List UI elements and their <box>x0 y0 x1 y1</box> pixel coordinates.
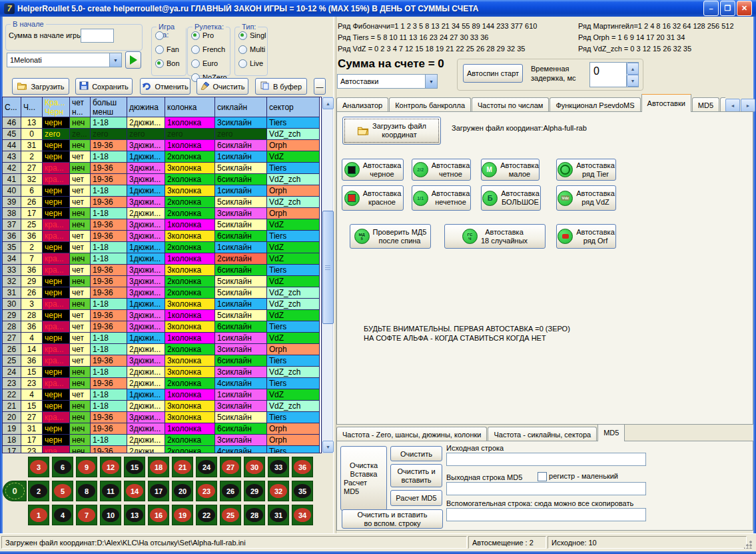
board-cell[interactable]: 8 <box>76 481 97 501</box>
calc-md5-button[interactable]: Расчет MD5 <box>390 490 442 506</box>
board-cell[interactable]: 27 <box>220 457 241 477</box>
table-row[interactable]: 1931черннеч19-363дюжи...1колонка6сиклайн… <box>3 423 321 435</box>
board-cell[interactable]: 18 <box>148 457 169 477</box>
board-cell[interactable]: 11 <box>100 481 121 501</box>
autobet-button-после-спина[interactable]: МД5Проверить МД5после спина <box>350 224 431 249</box>
radio-icon[interactable] <box>191 59 200 68</box>
board-zero-cell[interactable]: 0 <box>3 481 27 501</box>
autobet-button-ряд-Orf[interactable]: Автоставкаряд Orf <box>556 224 616 249</box>
board-cell[interactable]: 32 <box>268 481 289 501</box>
board-cell[interactable]: 21 <box>172 457 193 477</box>
board-cell[interactable]: 29 <box>244 481 265 501</box>
board-cell[interactable]: 36 <box>292 457 313 477</box>
table-row[interactable]: 4431черннеч19-363дюжи...1колонка6сиклайн… <box>3 140 321 151</box>
board-cell[interactable]: 25 <box>220 505 241 525</box>
table-row[interactable]: 224чернчет1-181дюжи...1колонка1сиклайнVd… <box>3 389 321 401</box>
table-row[interactable]: 2928чернчет19-363дюжи...1колонка5сиклайн… <box>3 310 321 321</box>
radio-option-Bon[interactable]: Bon <box>155 57 186 69</box>
table-row[interactable]: 2323кра...неч19-362дюжи...2колонка4сикла… <box>3 378 321 389</box>
board-cell[interactable]: 33 <box>268 457 289 477</box>
board-cell[interactable]: 10 <box>100 505 121 525</box>
minimize-button[interactable]: – <box>703 1 719 16</box>
table-row[interactable]: 3126чернчет19-363дюжи...2колонка5сиклайн… <box>3 287 321 299</box>
radio-option-Fan[interactable]: Fan <box>155 43 186 55</box>
results-table[interactable]: С...Ч...Кра...Чернчетн...большменшдюжина… <box>2 97 322 453</box>
board-cell[interactable]: 4 <box>52 505 73 525</box>
board-cell[interactable]: 14 <box>124 481 145 501</box>
table-row[interactable]: 2614кра...чет1-182дюжи...2колонка3сиклай… <box>3 344 321 355</box>
board-cell[interactable]: 15 <box>124 457 145 477</box>
close-button[interactable]: ✕ <box>737 1 752 16</box>
strategy-combobox[interactable]: 1Melonati ▼ <box>7 53 122 67</box>
table-row[interactable]: 406чернчет1-181дюжи...3колонка1сиклайнOr… <box>3 185 321 197</box>
table-row[interactable]: 4227кра...неч19-363дюжи...3колонка5сикла… <box>3 163 321 174</box>
freq-tab-2[interactable]: Частота - сиклайны, сектора <box>488 427 597 441</box>
autobets-combobox[interactable]: Автоставки ▼ <box>337 74 438 89</box>
board-cell[interactable]: 5 <box>52 481 73 501</box>
autobet-button-малое[interactable]: MАвтоставкамалое <box>481 159 540 181</box>
board-cell[interactable]: 16 <box>148 505 169 525</box>
tab-6[interactable]: MD5 <box>692 97 719 112</box>
board-cell[interactable]: 30 <box>244 457 265 477</box>
action-button-3[interactable]: Отменить <box>140 78 190 95</box>
table-row[interactable]: 347кра...неч1-181дюжи...1колонка2сиклайн… <box>3 253 321 265</box>
action-button-2[interactable]: Сохранить <box>75 78 133 95</box>
table-row[interactable]: 3636кра...чет19-363дюжи...3колонка6сикла… <box>3 231 321 242</box>
table-row[interactable]: 3725кра...неч19-363дюжи...1колонка5сикла… <box>3 219 321 231</box>
scrollbar-thumb[interactable] <box>322 211 334 324</box>
action-button-4[interactable]: Очистить <box>196 78 248 95</box>
board-cell[interactable]: 31 <box>268 505 289 525</box>
action-button-1[interactable]: Загрузить <box>12 78 69 95</box>
tab-2[interactable]: Контроль банкролла <box>389 97 471 112</box>
board-cell[interactable]: 20 <box>172 481 193 501</box>
autobet-button-18-случайных[interactable]: ГСЧАвтоставка18 случайных <box>444 224 546 249</box>
clear-paste-aux-button[interactable]: Очистить и вставить во вспом. строку <box>342 509 443 529</box>
tab-5[interactable]: Автоставки <box>641 94 691 112</box>
board-cell[interactable]: 22 <box>196 505 217 525</box>
autospin-start-button[interactable]: Автоспин старт <box>463 64 523 83</box>
table-row[interactable]: 274чернчет1-181дюжи...1колонка1сиклайнVd… <box>3 333 321 344</box>
autobet-button-ряд-VdZ[interactable]: VdzАвтоставкаряд VdZ <box>556 185 616 211</box>
clear-and-paste-button[interactable]: Очистить и вставить <box>390 464 442 487</box>
table-row[interactable]: 303кра...неч1-181дюжи...3колонка1сиклайн… <box>3 299 321 310</box>
board-cell[interactable]: 7 <box>76 505 97 525</box>
autobet-button-ряд-Tier[interactable]: Автоставкаряд Tier <box>556 159 616 181</box>
load-coords-file-button[interactable]: Загрузить файл координат <box>342 117 441 145</box>
table-row[interactable]: 2027кра...неч19-363дюжи...3колонка5сикла… <box>3 412 321 423</box>
table-row[interactable]: 352чернчет1-181дюжи...2колонка1сиклайнVd… <box>3 242 321 253</box>
radio-icon[interactable] <box>238 59 247 68</box>
tab-1[interactable]: Анализатор <box>336 97 388 112</box>
tab-4[interactable]: Функционал PsevdoMS <box>550 97 640 112</box>
play-button[interactable] <box>125 51 141 69</box>
table-row[interactable]: 2115черннеч1-182дюжи...3колонка3сиклайнV… <box>3 401 321 412</box>
board-cell[interactable]: 26 <box>220 481 241 501</box>
spinner-down-icon[interactable]: ▼ <box>627 75 639 87</box>
table-row[interactable]: 4613черннеч1-182дюжи...1колонка3сиклайнT… <box>3 117 321 129</box>
radio-option-Live[interactable]: Live <box>238 57 267 69</box>
tab-3[interactable]: Частоты по числам <box>472 97 549 112</box>
source-string-input[interactable] <box>446 453 646 466</box>
board-cell[interactable]: 24 <box>196 457 217 477</box>
scroll-down-icon[interactable]: ▼ <box>322 441 334 453</box>
board-cell[interactable]: 3 <box>28 457 49 477</box>
radio-option-Euro[interactable]: Euro <box>191 57 230 69</box>
table-row[interactable]: 3229черннеч19-363дюжи...2колонка5сиклайн… <box>3 276 321 287</box>
table-row[interactable]: 1817черннеч1-182дюжи...2колонка3сиклайнO… <box>3 435 321 446</box>
autobet-button-БОЛЬШОЕ[interactable]: БАвтоставкаБОЛЬШОЕ <box>481 185 541 211</box>
table-row[interactable]: 3817черннеч1-182дюжи...2колонка3сиклайнO… <box>3 208 321 219</box>
table-scrollbar[interactable]: ▲ ▼ <box>322 97 333 453</box>
radio-option-Multi[interactable]: Multi <box>238 43 267 55</box>
table-row[interactable]: 4132кра...чет19-363дюжи...2колонка6сикла… <box>3 174 321 185</box>
resize-grip[interactable] <box>744 541 752 549</box>
table-row[interactable]: 2415черннеч1-182дюжи...3колонка3сиклайнV… <box>3 367 321 378</box>
board-cell[interactable]: 12 <box>100 457 121 477</box>
action-button-5[interactable]: В буфер <box>255 78 307 95</box>
autobet-button-черное[interactable]: Автоставкачерное <box>342 159 404 181</box>
table-row[interactable]: 1723кра...неч19-362дюжи...2колонка4сикла… <box>3 446 321 453</box>
radio-icon[interactable] <box>238 31 247 40</box>
radio-option-Singl[interactable]: Singl <box>238 29 267 41</box>
tab-scroll-left-icon[interactable]: ◄ <box>725 99 740 112</box>
table-row[interactable]: 2836кра...чет19-363дюжи...3колонка6сикла… <box>3 321 321 333</box>
board-cell[interactable]: 19 <box>172 505 193 525</box>
board-cell[interactable]: 13 <box>124 505 145 525</box>
